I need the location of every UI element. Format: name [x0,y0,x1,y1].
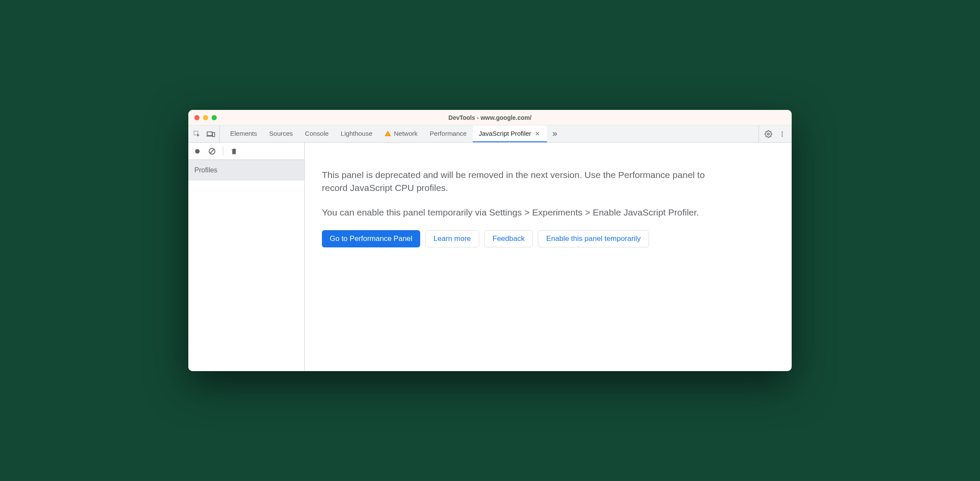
tab-label: Console [305,130,329,137]
tab-sources[interactable]: Sources [263,125,299,142]
tab-label: Elements [230,130,257,137]
tab-performance[interactable]: Performance [424,125,473,142]
deprecation-text-1: This panel is deprecated and will be rem… [322,169,710,195]
traffic-lights [194,115,217,120]
svg-point-9 [782,135,783,137]
tab-label: Performance [430,130,467,137]
device-toolbar-icon[interactable] [205,128,217,140]
window-title: DevTools - www.google.com/ [194,114,786,121]
tab-label: Sources [269,130,293,137]
tab-elements[interactable]: Elements [224,125,263,142]
sidebar-toolbar [188,143,304,160]
tab-label: Lighthouse [341,130,372,137]
close-tab-icon[interactable] [534,130,541,137]
svg-point-7 [782,131,783,133]
deprecation-notice: This panel is deprecated and will be rem… [322,169,710,219]
toolbar-right [758,125,792,142]
svg-point-10 [195,149,200,153]
window-titlebar: DevTools - www.google.com/ [188,110,792,125]
record-icon[interactable] [192,146,203,157]
main-tabstrip: Elements Sources Console Lighthouse Netw… [188,125,792,143]
close-window-button[interactable] [194,115,200,120]
svg-rect-3 [212,132,215,136]
feedback-button[interactable]: Feedback [484,230,533,247]
tab-network[interactable]: Network [378,125,424,142]
profiler-sidebar: Profiles [188,143,305,371]
svg-line-12 [210,149,214,153]
tab-label: JavaScript Profiler [479,130,531,137]
toolbar-divider [223,147,223,156]
main-panel: This panel is deprecated and will be rem… [305,143,792,371]
action-buttons: Go to Performance Panel Learn more Feedb… [322,230,774,247]
sidebar-item-profiles[interactable]: Profiles [188,160,304,181]
tab-console[interactable]: Console [299,125,335,142]
svg-point-6 [768,133,770,135]
maximize-window-button[interactable] [212,115,217,120]
inspect-controls [188,125,220,142]
panel-tabs: Elements Sources Console Lighthouse Netw… [220,125,758,142]
sidebar-item-label: Profiles [194,166,217,174]
settings-icon[interactable] [762,128,774,140]
panel-content: Profiles This panel is deprecated and wi… [188,143,792,371]
minimize-window-button[interactable] [203,115,208,120]
clear-icon[interactable] [206,146,218,157]
learn-more-button[interactable]: Learn more [425,230,479,247]
more-options-icon[interactable] [776,128,788,140]
tab-label: Network [394,130,418,137]
enable-temporarily-button[interactable]: Enable this panel temporarily [538,230,649,247]
devtools-window: DevTools - www.google.com/ Elements [188,110,792,371]
svg-rect-1 [207,132,212,135]
inspect-element-icon[interactable] [191,128,203,140]
tab-lighthouse[interactable]: Lighthouse [335,125,378,142]
deprecation-text-2: You can enable this panel temporarily vi… [322,206,710,219]
tabs-overflow-icon[interactable] [547,125,562,142]
svg-point-8 [782,133,783,134]
delete-icon[interactable] [228,146,240,157]
go-to-performance-button[interactable]: Go to Performance Panel [322,230,420,247]
warning-icon [384,130,391,137]
tab-javascript-profiler[interactable]: JavaScript Profiler [473,125,547,142]
